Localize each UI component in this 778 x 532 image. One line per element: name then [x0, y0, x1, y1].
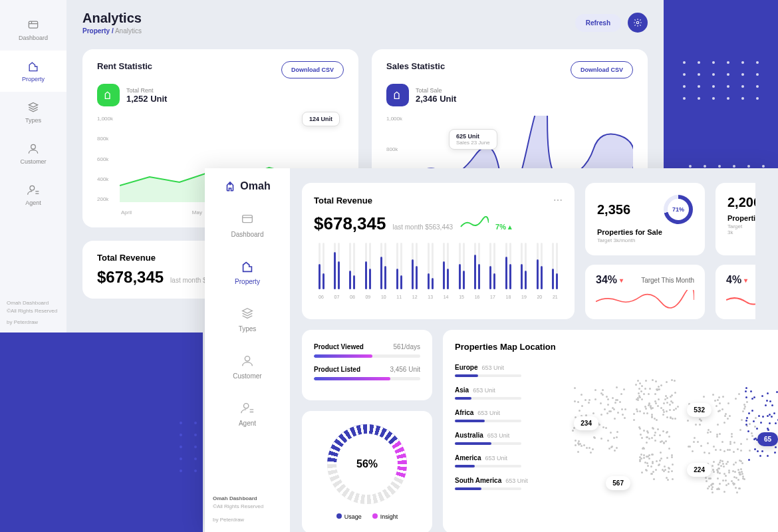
footer-title: Omah Dashboard	[7, 299, 57, 307]
chart-tooltip: 124 Unit	[302, 112, 340, 126]
svg-point-3	[636, 21, 639, 24]
pv-value: 3,456 Unit	[390, 366, 420, 373]
card-title: Sales Statistic	[386, 61, 445, 71]
target-sparkline	[726, 290, 755, 310]
sidebar-item-customer[interactable]: Customer	[0, 133, 66, 174]
stat-value: 1,252 Unit	[126, 94, 167, 104]
revenue-pct: 7% ▴	[495, 223, 512, 231]
target-card-partial: 4%▾	[715, 265, 755, 319]
more-icon[interactable]: ⋯	[553, 195, 563, 205]
sidebar-label: Types	[25, 117, 41, 124]
customer-icon	[27, 142, 40, 156]
gear-icon	[633, 18, 642, 27]
property-icon	[240, 259, 255, 274]
spark-icon	[459, 216, 489, 229]
progress-ring: 71%	[664, 195, 693, 224]
sidebar-label: Property	[22, 76, 45, 82]
map-pin[interactable]: 224	[687, 463, 712, 477]
kpi-value: 2,356	[597, 202, 630, 217]
properties-card-partial: 2,206 Properties Target 3k	[715, 183, 755, 255]
sidebar-item-types[interactable]: Types	[0, 92, 66, 133]
agent-icon	[27, 184, 40, 197]
sidebar-label: Customer	[20, 158, 46, 165]
sidebar-footer: Omah Dashboard ©All Rights Reserved by P…	[205, 487, 271, 532]
sidebar-item-dashboard[interactable]: Dashboard	[205, 201, 290, 249]
gauge-legend: Usage Insight	[315, 513, 419, 520]
sidebar-footer: Omah Dashboard ©All Rights Reserved by P…	[0, 293, 64, 332]
sidebar: Dashboard Property Types Customer Agent …	[0, 0, 66, 332]
target-month-card: 34%▾ Target This Month	[585, 265, 705, 319]
properties-for-sale-card: 2,356 71% Properties for Sale Target 3k/…	[585, 183, 705, 255]
footer-copy: ©All Rights Reserved	[7, 307, 57, 315]
agent-icon	[240, 401, 255, 416]
usage-gauge-card: 56% Usage Insight	[302, 411, 432, 532]
card-title: Rent Statistic	[97, 61, 152, 71]
gauge-chart: 56%	[327, 424, 407, 504]
brand-logo[interactable]: Omah	[224, 180, 270, 192]
stat-label: Total Sale	[416, 87, 456, 94]
refresh-button[interactable]: Refresh	[575, 14, 621, 32]
types-icon	[27, 101, 40, 114]
sidebar-item-agent[interactable]: Agent	[205, 390, 290, 438]
svg-point-7	[244, 404, 249, 408]
revenue-last: last month $563,443	[392, 223, 453, 231]
pv-label: Product Viewed	[314, 343, 364, 350]
sidebar-item-agent[interactable]: Agent	[0, 174, 66, 215]
revenue-value: $678,345	[97, 268, 164, 287]
sidebar-item-types[interactable]: Types	[205, 296, 290, 343]
footer-by: by Peterdraw	[7, 319, 57, 326]
target-label: Target This Month	[641, 277, 694, 284]
map-pin[interactable]: 234	[574, 416, 598, 430]
page-title: Analytics	[82, 11, 142, 26]
revenue-bar-chart: 06070809101112131415161718192021	[314, 247, 563, 299]
target-value: 34%▾	[596, 274, 623, 286]
sidebar-item-property[interactable]: Property	[205, 249, 290, 296]
map-pin[interactable]: 567	[606, 476, 630, 490]
chart-tooltip: 625 Unit Sales 23 June	[449, 129, 497, 150]
revenue-value: $678,345	[314, 213, 386, 234]
stat-label: Total Rent	[126, 87, 167, 94]
property-icon	[27, 60, 40, 73]
dashboard-icon	[27, 19, 40, 32]
stat-value: 2,346 Unit	[416, 94, 456, 104]
sidebar-label: Dashboard	[19, 35, 48, 41]
rent-icon	[97, 84, 120, 106]
breadcrumb-parent[interactable]: Property /	[82, 27, 114, 35]
sidebar-item-property[interactable]: Property	[0, 51, 66, 92]
download-csv-button[interactable]: Download CSV	[281, 61, 344, 78]
sidebar-label: Agent	[25, 200, 41, 206]
pv-label: Product Listed	[314, 366, 360, 373]
kpi-sub: Target 3k/month	[597, 237, 693, 243]
types-icon	[240, 307, 255, 321]
logo-icon	[224, 180, 236, 192]
download-csv-button[interactable]: Download CSV	[571, 61, 633, 78]
map-pin[interactable]: 532	[687, 403, 712, 417]
breadcrumb: Property / Analytics	[82, 27, 142, 35]
total-revenue-card: Total Revenue ⋯ $678,345 last month $563…	[302, 183, 575, 319]
target-sparkline	[596, 290, 694, 310]
pv-value: 561/days	[393, 343, 420, 350]
sales-icon	[386, 84, 409, 106]
card-title: Properties Map Location	[455, 342, 766, 352]
brand-text: Omah	[240, 180, 270, 192]
card-title: Total Revenue	[314, 196, 372, 205]
y-axis: 1,000k800k600k400k200k	[97, 116, 113, 202]
svg-point-2	[30, 186, 35, 190]
svg-rect-5	[243, 215, 253, 223]
product-viewed-card: Product Viewed561/days Product Listed3,4…	[302, 330, 432, 400]
map-pin[interactable]: 65	[757, 432, 778, 446]
dashboard-icon	[240, 212, 255, 227]
kpi-label: Properties for Sale	[597, 228, 693, 236]
svg-point-1	[31, 144, 36, 149]
sidebar-item-customer[interactable]: Customer	[205, 343, 290, 390]
world-map	[545, 359, 778, 519]
breadcrumb-current: Analytics	[115, 27, 142, 35]
settings-button[interactable]	[628, 13, 648, 33]
sidebar-front: Omah Dashboard Property Types Customer A…	[205, 168, 290, 532]
svg-point-4	[230, 184, 231, 185]
svg-point-6	[245, 356, 249, 361]
svg-rect-0	[29, 21, 37, 28]
sidebar-item-dashboard[interactable]: Dashboard	[0, 9, 66, 51]
kpi-value: 2,206	[727, 195, 743, 210]
target-value: 4%	[726, 274, 741, 286]
